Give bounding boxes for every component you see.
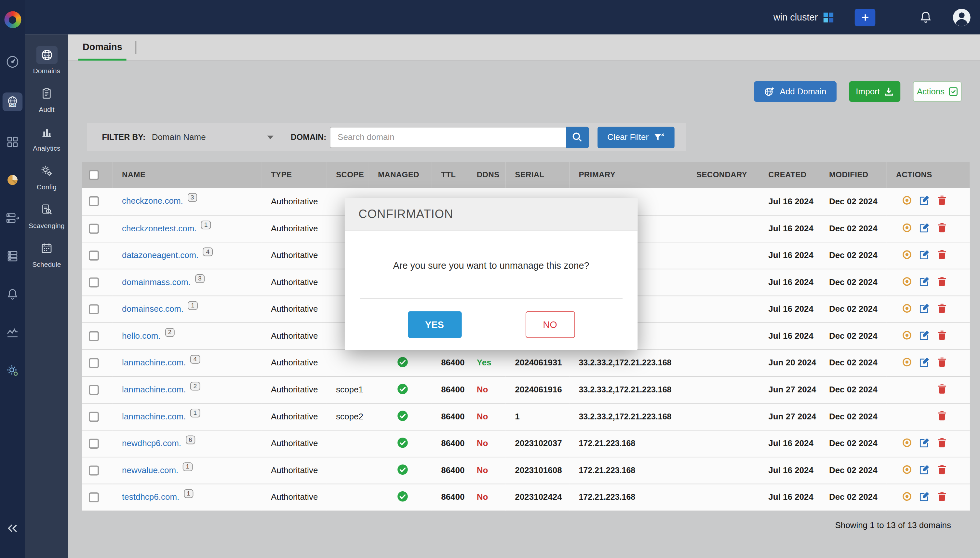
reports-pie-icon[interactable] [5,172,20,187]
notifications-button[interactable] [919,11,932,24]
sidebar-item-audit[interactable]: Audit [25,79,68,118]
chevron-down-icon [267,135,273,139]
delete-icon[interactable] [938,438,946,447]
unmanage-icon[interactable] [902,357,911,367]
sidebar-collapse-icon[interactable] [7,524,18,535]
dns-sidebar: com Domains Audit Analytics Config Scave… [25,34,68,558]
domain-link[interactable]: newvalue.com. [122,465,178,475]
admin-gear-icon[interactable] [5,363,20,378]
alerts-bell-icon[interactable] [5,287,20,302]
unmanage-icon[interactable] [902,303,911,313]
no-button[interactable]: NO [525,311,575,338]
delete-icon[interactable] [938,277,946,286]
edit-icon[interactable] [919,277,929,286]
domain-link[interactable]: lanmachine.com. [122,358,186,367]
server-push-icon[interactable] [5,210,20,225]
row-checkbox[interactable] [89,223,99,234]
filter-by-select[interactable]: Domain Name [152,126,277,148]
row-checkbox[interactable] [89,465,99,475]
unmanage-icon[interactable] [902,330,911,340]
row-checkbox[interactable] [89,438,99,449]
add-button[interactable] [855,8,875,26]
unmanage-icon[interactable] [902,491,911,501]
sidebar-item-analytics[interactable]: Analytics [25,118,68,157]
domain-link[interactable]: domainsec.com. [122,304,184,313]
delete-icon[interactable] [938,384,946,393]
servers-icon[interactable] [5,249,20,264]
domain-link[interactable]: datazoneagent.com. [122,250,198,259]
sidebar-item-domains[interactable]: com Domains [25,41,68,79]
edit-icon[interactable] [919,249,929,259]
edit-icon[interactable] [919,196,929,205]
tab-domains[interactable]: Domains [78,34,126,61]
edit-icon[interactable] [919,330,929,340]
add-domain-button[interactable]: Add Domain [754,81,837,102]
avatar-icon [952,8,971,27]
delete-icon[interactable] [938,303,946,313]
delete-icon[interactable] [938,330,946,340]
actions-cell [887,484,970,510]
unmanage-icon[interactable] [902,438,911,447]
unmanage-icon[interactable] [902,223,911,232]
cluster-selector[interactable]: win cluster [774,12,833,23]
delete-icon[interactable] [938,249,946,259]
ipam-blocks-icon[interactable] [5,135,20,149]
serial-cell: 2023102037 [505,430,569,457]
delete-icon[interactable] [938,464,946,474]
dialog-divider [360,298,623,299]
row-checkbox[interactable] [89,304,99,314]
row-checkbox[interactable] [89,384,99,395]
managed-cell [369,430,432,457]
domain-link[interactable]: checkzone.com. [122,197,183,206]
dns-module-icon[interactable]: DNS [3,92,23,111]
select-all-checkbox[interactable] [89,170,99,180]
domain-link[interactable]: newdhcp6.com. [122,438,181,448]
monitoring-icon[interactable] [5,325,20,340]
delete-icon[interactable] [938,196,946,205]
delete-icon[interactable] [938,491,946,501]
domain-link[interactable]: domainmass.com. [122,277,191,287]
domain-link[interactable]: lanmachine.com. [122,412,186,421]
unmanage-icon[interactable] [902,464,911,474]
dashboard-icon[interactable] [5,54,20,69]
delete-icon[interactable] [938,357,946,367]
edit-icon[interactable] [919,357,929,367]
delete-icon[interactable] [938,411,946,420]
row-checkbox[interactable] [89,277,99,287]
unmanage-icon[interactable] [902,277,911,286]
edit-icon[interactable] [919,438,929,447]
delete-icon[interactable] [938,223,946,232]
row-checkbox[interactable] [89,197,99,207]
import-button[interactable]: Import [849,81,900,102]
audit-clipboard-icon [36,85,57,102]
type-cell: Authoritative [262,295,326,322]
topbar: win cluster [0,0,980,34]
unmanage-icon[interactable] [902,249,911,259]
edit-icon[interactable] [919,464,929,474]
edit-icon[interactable] [919,491,929,501]
row-checkbox[interactable] [89,331,99,341]
search-input[interactable] [329,126,566,148]
domain-link[interactable]: lanmachine.com. [122,384,186,394]
user-avatar[interactable] [952,8,971,27]
app-logo[interactable] [4,11,21,28]
clear-filter-button[interactable]: Clear Filter [597,126,674,148]
edit-icon[interactable] [919,303,929,313]
row-checkbox[interactable] [89,358,99,368]
row-checkbox[interactable] [89,412,99,422]
search-button[interactable] [566,126,588,148]
domain-link[interactable]: testdhcp6.com. [122,492,179,501]
modified-cell: Dec 02 2024 [819,403,887,430]
actions-button[interactable]: Actions [913,81,962,102]
row-checkbox[interactable] [89,251,99,261]
domain-link[interactable]: checkzonetest.com. [122,223,197,233]
yes-button[interactable]: YES [408,311,461,338]
sidebar-item-scavenging[interactable]: Scavenging [25,195,68,234]
sidebar-item-config[interactable]: Config [25,157,68,195]
secondary-cell [687,242,759,269]
domain-link[interactable]: hello.com. [122,331,161,340]
edit-icon[interactable] [919,223,929,232]
unmanage-icon[interactable] [902,196,911,205]
sidebar-item-schedule[interactable]: Schedule [25,234,68,273]
row-checkbox[interactable] [89,492,99,502]
